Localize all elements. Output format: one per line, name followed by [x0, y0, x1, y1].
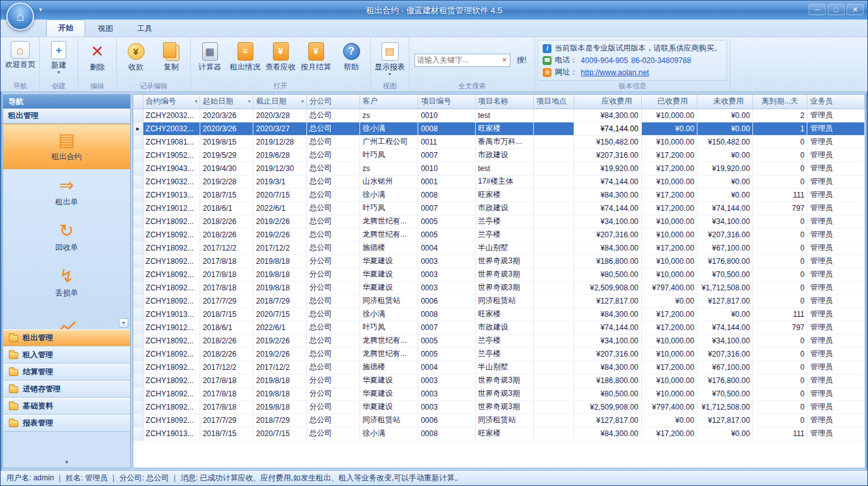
cell[interactable]: ¥0.00 [641, 413, 697, 427]
cell[interactable]: 旺家楼 [475, 188, 533, 201]
row-indicator[interactable] [133, 294, 143, 307]
row-indicator[interactable] [133, 109, 143, 122]
cell[interactable]: 2019/2/26 [253, 228, 306, 241]
cell[interactable] [533, 215, 574, 228]
cell[interactable]: ¥186,800.00 [574, 254, 641, 268]
cell[interactable]: 世界奇观3期 [475, 268, 533, 281]
cell[interactable]: 徐小满 [359, 122, 418, 135]
cell[interactable]: 0007 [418, 321, 475, 334]
cell[interactable]: ¥207,316.00 [697, 228, 752, 241]
cell[interactable]: 2018/7/15 [200, 427, 253, 440]
cell[interactable]: 0 [753, 334, 807, 347]
row-indicator[interactable] [133, 228, 143, 241]
cell[interactable]: ZCHY20032... [143, 109, 200, 122]
cell[interactable]: 0005 [418, 215, 475, 228]
cell[interactable]: ZCHY18092... [143, 281, 200, 294]
table-row[interactable]: ZCHY18092...2017/7/292018/7/29总公司同济租赁站00… [133, 413, 865, 427]
cell[interactable]: 管理员 [807, 175, 865, 188]
cell[interactable]: 广州工程公司 [359, 135, 418, 148]
row-indicator[interactable] [133, 135, 143, 148]
cell[interactable]: 总公司 [306, 175, 359, 188]
close-button[interactable]: ✕ [847, 4, 864, 15]
calculator-button[interactable]: ▦ 计算器 [192, 39, 227, 81]
row-indicator[interactable] [133, 162, 143, 175]
cell[interactable]: 2017/12/2 [200, 241, 253, 254]
cell[interactable]: 管理员 [807, 109, 865, 122]
cell[interactable]: 2017/12/2 [253, 360, 306, 374]
maximize-button[interactable]: □ [828, 4, 845, 15]
cell[interactable]: 2019/8/18 [253, 268, 306, 281]
cell[interactable]: ¥176,800.00 [697, 254, 752, 268]
cell[interactable]: 同济租赁站 [475, 413, 533, 427]
cell[interactable]: ¥10,000.00 [641, 109, 697, 122]
cell[interactable]: 2018/6/1 [200, 321, 253, 334]
cell[interactable]: 111 [753, 188, 807, 201]
cell[interactable]: ¥0.00 [641, 122, 697, 135]
table-row[interactable]: ZCHY18092...2017/8/182019/8/18分公司华夏建设000… [133, 400, 865, 413]
cell[interactable]: 0 [753, 162, 807, 175]
cell[interactable]: 0005 [418, 347, 475, 360]
cell[interactable]: 0 [753, 294, 807, 307]
cell[interactable]: 0 [753, 254, 807, 268]
cell[interactable]: 管理员 [807, 427, 865, 440]
search-input[interactable] [417, 56, 501, 64]
sidebar-item-partial[interactable] [3, 305, 130, 329]
row-indicator[interactable] [133, 188, 143, 201]
column-header-0[interactable]: 合约编号▼ [143, 95, 200, 109]
column-header-5[interactable]: 项目编号 [418, 95, 475, 109]
cell[interactable]: 分公司 [306, 268, 359, 281]
cell[interactable]: 总公司 [306, 201, 359, 215]
cell[interactable]: 世界奇观3期 [475, 400, 533, 413]
cell[interactable]: ¥34,100.00 [697, 334, 752, 347]
cell[interactable]: 2019/3/1 [253, 175, 306, 188]
receive-payment-button[interactable]: ¥ 收款 [118, 39, 154, 81]
cell[interactable]: 兰亭楼 [475, 215, 533, 228]
clear-search-icon[interactable]: × [501, 56, 508, 64]
column-header-2[interactable]: 截止日期▼ [253, 95, 306, 109]
cell[interactable]: 2019/12/28 [253, 135, 306, 148]
cell[interactable]: 0005 [418, 334, 475, 347]
cell[interactable]: 2017/8/18 [200, 268, 253, 281]
rent-status-button[interactable]: ≡ 租出情况 [227, 39, 263, 81]
cell[interactable]: zs [359, 162, 418, 175]
cell[interactable]: 总公司 [306, 360, 359, 374]
cell[interactable]: 0003 [418, 281, 475, 294]
cell[interactable]: ¥74,144.00 [697, 201, 752, 215]
help-button[interactable]: ? 帮助 [334, 39, 369, 81]
cell[interactable] [533, 268, 574, 281]
cell[interactable]: 2018/7/15 [200, 188, 253, 201]
cell[interactable]: 1 [753, 122, 807, 135]
cell[interactable] [533, 413, 574, 427]
cell[interactable]: 山水铭州 [359, 175, 418, 188]
cell[interactable]: ¥127,817.00 [574, 294, 641, 307]
cell[interactable]: 2017/8/18 [200, 387, 253, 400]
cell[interactable]: 2017/8/18 [200, 374, 253, 387]
cell[interactable]: 叶巧凤 [359, 321, 418, 334]
cell[interactable]: ¥74,144.00 [574, 122, 641, 135]
cell[interactable]: 2017/12/2 [200, 360, 253, 374]
cell[interactable] [533, 281, 574, 294]
tab-tools[interactable]: 工具 [126, 21, 164, 37]
group-button-base-data[interactable]: 基础资料 [3, 398, 130, 415]
group-button-reports[interactable]: 报表管理 [3, 415, 130, 432]
welcome-home-button[interactable]: ⌂ 欢迎首页 [3, 39, 38, 81]
cell[interactable]: 2020/3/26 [200, 109, 253, 122]
cell[interactable]: ¥0.00 [697, 188, 752, 201]
cell[interactable]: 2019/4/30 [200, 162, 253, 175]
cell[interactable]: ¥84,300.00 [574, 109, 641, 122]
cell[interactable]: ¥127,817.00 [574, 413, 641, 427]
cell[interactable]: 2019/8/18 [253, 281, 306, 294]
cell[interactable]: 同济租赁站 [359, 294, 418, 307]
cell[interactable]: 分公司 [306, 254, 359, 268]
table-row[interactable]: ZCHY18092...2017/8/182019/8/18分公司华夏建设000… [133, 268, 865, 281]
cell[interactable] [533, 228, 574, 241]
column-header-10[interactable]: 未收费用 [697, 95, 752, 109]
cell[interactable]: 2019/2/26 [253, 215, 306, 228]
cell[interactable] [533, 188, 574, 201]
cell[interactable]: ¥17,200.00 [641, 307, 697, 321]
cell[interactable]: ¥67,100.00 [697, 360, 752, 374]
table-row[interactable]: ZCHY19012...2018/6/12022/6/1总公司叶巧凤0007市政… [133, 321, 865, 334]
group-button-settlement[interactable]: 结算管理 [3, 364, 130, 381]
cell[interactable]: 总公司 [306, 347, 359, 360]
cell[interactable]: ¥84,300.00 [574, 427, 641, 440]
